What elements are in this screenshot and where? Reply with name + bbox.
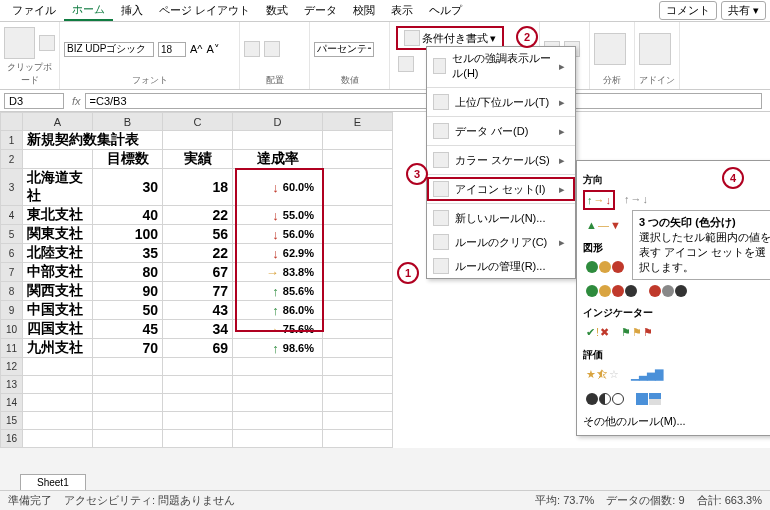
target-cell[interactable]: 100 [93,225,163,244]
iconset-4trafficlights[interactable] [583,282,640,300]
cf-colorscales[interactable]: カラー スケール(S)▸ [427,148,575,172]
tab-review[interactable]: 校閲 [345,1,383,20]
branch-cell[interactable]: 九州支社 [23,339,93,358]
increase-font-icon[interactable]: A^ [190,43,203,55]
target-cell[interactable]: 90 [93,282,163,301]
actual-cell[interactable]: 34 [163,320,233,339]
decrease-font-icon[interactable]: A˅ [207,43,220,56]
analysis-icon[interactable] [594,33,626,65]
cf-toprules[interactable]: 上位/下位ルール(T)▸ [427,90,575,114]
rate-cell[interactable]: ↑86.0% [233,301,323,320]
rate-cell[interactable]: ↓55.0% [233,206,323,225]
tab-pagelayout[interactable]: ページ レイアウト [151,1,258,20]
font-size-input[interactable] [158,42,186,57]
branch-cell[interactable]: 関西支社 [23,282,93,301]
cf-databars[interactable]: データ バー(D)▸ [427,119,575,143]
cf-newrule[interactable]: 新しいルール(N)... [427,206,575,230]
target-cell[interactable]: 45 [93,320,163,339]
gallery-more-rules[interactable]: その他のルール(M)... [583,414,769,429]
iconset-redtoblack[interactable] [646,282,690,300]
paste-icon[interactable] [4,27,35,59]
newrule-icon [433,210,449,226]
iconset-3arrows-gray[interactable]: ↑→↓ [621,190,651,210]
name-box[interactable] [4,93,64,109]
manage-icon [433,258,449,274]
branch-cell[interactable]: 中国支社 [23,301,93,320]
insert-cells-icon[interactable] [398,56,414,72]
tab-home[interactable]: ホーム [64,0,113,21]
iconset-3symbols[interactable]: ✔!✖ [583,323,612,342]
arrow-icon: ↑ [272,284,279,299]
col-D[interactable]: D [233,113,323,131]
col-A[interactable]: A [23,113,93,131]
iconset-5quarters[interactable] [583,390,627,408]
share-button[interactable]: 共有 ▾ [721,1,766,20]
cut-icon[interactable] [39,35,55,51]
branch-cell[interactable]: 北海道支社 [23,169,93,206]
actual-cell[interactable]: 43 [163,301,233,320]
col-E[interactable]: E [323,113,393,131]
font-name-input[interactable] [64,42,154,57]
iconset-3arrows-colored[interactable]: ↑→↓ [583,190,615,210]
status-sum: 合計: 663.3% [697,493,762,508]
cf-clear[interactable]: ルールのクリア(C)▸ [427,230,575,254]
actual-cell[interactable]: 77 [163,282,233,301]
iconset-5boxes[interactable] [633,390,664,408]
cf-highlight[interactable]: セルの強調表示ルール(H)▸ [427,47,575,85]
fx-icon[interactable]: fx [68,95,85,107]
iconset-3stars[interactable]: ★⯪☆ [583,365,622,384]
target-cell[interactable]: 35 [93,244,163,263]
tab-file[interactable]: ファイル [4,1,64,20]
tab-view[interactable]: 表示 [383,1,421,20]
iconset-5bars[interactable]: ▁▃▅▇ [628,365,666,384]
target-cell[interactable]: 40 [93,206,163,225]
align-icon[interactable] [244,41,260,57]
gallery-ratings-label: 評価 [583,348,769,362]
iconset-3trafficlights[interactable] [583,258,627,276]
tab-data[interactable]: データ [296,1,345,20]
rate-cell[interactable]: →75.6% [233,320,323,339]
iconset-3flags[interactable]: ⚑⚑⚑ [618,323,656,342]
group-addin: アドイン [639,74,675,87]
number-format-input[interactable] [314,42,374,57]
rate-cell[interactable]: ↑98.6% [233,339,323,358]
branch-cell[interactable]: 関東支社 [23,225,93,244]
actual-cell[interactable]: 56 [163,225,233,244]
branch-cell[interactable]: 中部支社 [23,263,93,282]
rate-cell[interactable]: ↑85.6% [233,282,323,301]
branch-cell[interactable]: 北陸支社 [23,244,93,263]
title-cell[interactable]: 新規契約数集計表 [23,131,163,150]
branch-cell[interactable]: 東北支社 [23,206,93,225]
cf-iconsets[interactable]: アイコン セット(I)▸ [427,177,575,201]
tab-formulas[interactable]: 数式 [258,1,296,20]
addin-icon[interactable] [639,33,671,65]
arrow-icon: ↑ [272,341,279,356]
cf-manage[interactable]: ルールの管理(R)... [427,254,575,278]
target-cell[interactable]: 70 [93,339,163,358]
sheet-tab[interactable]: Sheet1 [20,474,86,490]
iconset-3triangles[interactable]: ▲—▼ [583,216,624,235]
actual-cell[interactable]: 67 [163,263,233,282]
actual-cell[interactable]: 18 [163,169,233,206]
target-cell[interactable]: 80 [93,263,163,282]
iconsets-icon [433,181,449,197]
wrap-icon[interactable] [264,41,280,57]
actual-cell[interactable]: 69 [163,339,233,358]
actual-cell[interactable]: 22 [163,244,233,263]
rate-cell[interactable]: ↓62.9% [233,244,323,263]
status-access: アクセシビリティ: 問題ありません [64,493,235,508]
rate-cell[interactable]: ↓56.0% [233,225,323,244]
target-cell[interactable]: 30 [93,169,163,206]
col-C[interactable]: C [163,113,233,131]
branch-cell[interactable]: 四国支社 [23,320,93,339]
tab-help[interactable]: ヘルプ [421,1,470,20]
rate-cell[interactable]: →83.8% [233,263,323,282]
comments-button[interactable]: コメント [659,1,717,20]
col-B[interactable]: B [93,113,163,131]
rate-cell[interactable]: ↓60.0% [233,169,323,206]
actual-cell[interactable]: 22 [163,206,233,225]
toprules-icon [433,94,449,110]
tab-insert[interactable]: 挿入 [113,1,151,20]
target-cell[interactable]: 50 [93,301,163,320]
formula-input[interactable] [85,93,762,109]
